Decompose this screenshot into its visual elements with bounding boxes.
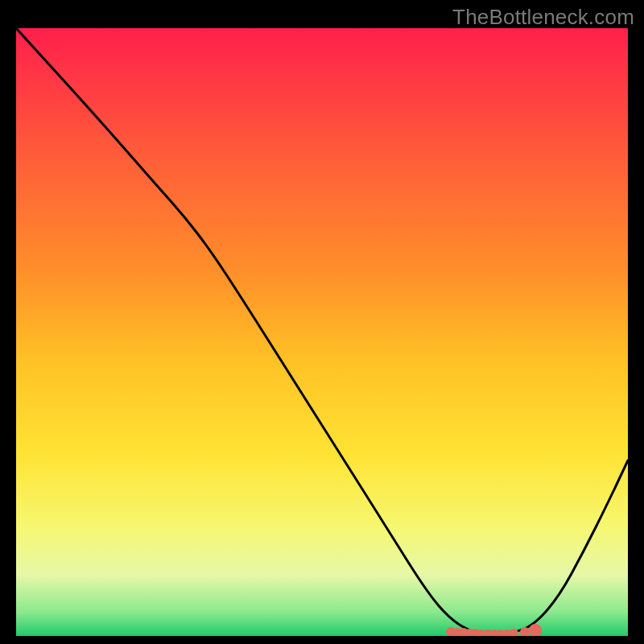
plot-background xyxy=(16,28,628,636)
chart-svg xyxy=(0,0,644,644)
data-marker xyxy=(529,624,542,637)
data-marker xyxy=(520,627,530,637)
chart-stage: TheBottleneck.com xyxy=(0,0,644,644)
data-marker xyxy=(509,629,518,638)
